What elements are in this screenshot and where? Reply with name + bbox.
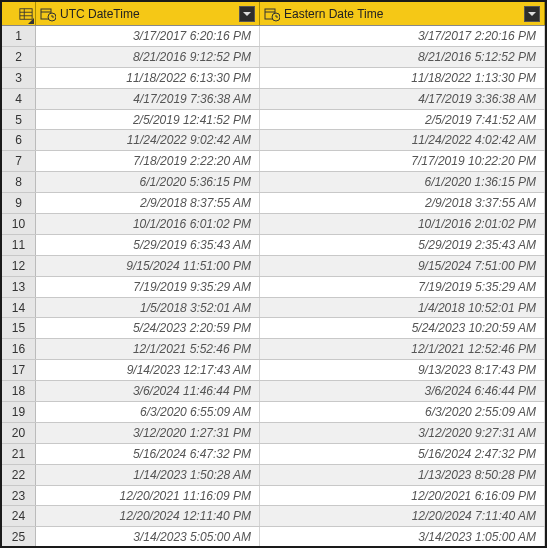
- select-all-corner[interactable]: [2, 2, 36, 25]
- cell-utc[interactable]: 11/18/2022 6:13:30 PM: [36, 68, 260, 88]
- table-row[interactable]: 28/21/2016 9:12:52 PM8/21/2016 5:12:52 P…: [2, 47, 545, 68]
- cell-utc[interactable]: 10/1/2016 6:01:02 PM: [36, 214, 260, 234]
- table-row[interactable]: 179/14/2023 12:17:43 AM9/13/2023 8:17:43…: [2, 360, 545, 381]
- cell-eastern[interactable]: 3/6/2024 6:46:44 PM: [260, 381, 545, 401]
- cell-utc[interactable]: 2/9/2018 8:37:55 AM: [36, 193, 260, 213]
- cell-utc[interactable]: 3/14/2023 5:05:00 AM: [36, 527, 260, 546]
- row-number[interactable]: 10: [2, 214, 36, 234]
- row-number[interactable]: 3: [2, 68, 36, 88]
- row-number[interactable]: 6: [2, 130, 36, 150]
- column-filter-dropdown[interactable]: [524, 6, 540, 22]
- cell-eastern[interactable]: 9/15/2024 7:51:00 PM: [260, 256, 545, 276]
- cell-utc[interactable]: 5/24/2023 2:20:59 PM: [36, 318, 260, 338]
- cell-eastern[interactable]: 10/1/2016 2:01:02 PM: [260, 214, 545, 234]
- table-row[interactable]: 77/18/2019 2:22:20 AM7/17/2019 10:22:20 …: [2, 151, 545, 172]
- cell-eastern[interactable]: 3/14/2023 1:05:00 AM: [260, 527, 545, 546]
- row-number[interactable]: 2: [2, 47, 36, 67]
- table-row[interactable]: 52/5/2019 12:41:52 PM2/5/2019 7:41:52 AM: [2, 110, 545, 131]
- cell-eastern[interactable]: 12/20/2021 6:16:09 PM: [260, 486, 545, 506]
- column-filter-dropdown[interactable]: [239, 6, 255, 22]
- cell-utc[interactable]: 5/29/2019 6:35:43 AM: [36, 235, 260, 255]
- row-number[interactable]: 22: [2, 465, 36, 485]
- cell-utc[interactable]: 1/14/2023 1:50:28 AM: [36, 465, 260, 485]
- cell-eastern[interactable]: 2/5/2019 7:41:52 AM: [260, 110, 545, 130]
- row-number[interactable]: 21: [2, 444, 36, 464]
- row-number[interactable]: 24: [2, 506, 36, 526]
- table-row[interactable]: 115/29/2019 6:35:43 AM5/29/2019 2:35:43 …: [2, 235, 545, 256]
- cell-eastern[interactable]: 8/21/2016 5:12:52 PM: [260, 47, 545, 67]
- cell-eastern[interactable]: 3/12/2020 9:27:31 AM: [260, 423, 545, 443]
- table-row[interactable]: 253/14/2023 5:05:00 AM3/14/2023 1:05:00 …: [2, 527, 545, 546]
- row-number[interactable]: 14: [2, 298, 36, 318]
- table-row[interactable]: 92/9/2018 8:37:55 AM2/9/2018 3:37:55 AM: [2, 193, 545, 214]
- row-number[interactable]: 7: [2, 151, 36, 171]
- cell-utc[interactable]: 4/17/2019 7:36:38 AM: [36, 89, 260, 109]
- table-row[interactable]: 2412/20/2024 12:11:40 PM12/20/2024 7:11:…: [2, 506, 545, 527]
- cell-eastern[interactable]: 6/3/2020 2:55:09 AM: [260, 402, 545, 422]
- row-number[interactable]: 25: [2, 527, 36, 546]
- cell-eastern[interactable]: 7/19/2019 5:35:29 AM: [260, 277, 545, 297]
- table-row[interactable]: 13/17/2017 6:20:16 PM3/17/2017 2:20:16 P…: [2, 26, 545, 47]
- cell-utc[interactable]: 3/17/2017 6:20:16 PM: [36, 26, 260, 46]
- row-number[interactable]: 9: [2, 193, 36, 213]
- cell-utc[interactable]: 1/5/2018 3:52:01 AM: [36, 298, 260, 318]
- cell-eastern[interactable]: 9/13/2023 8:17:43 PM: [260, 360, 545, 380]
- cell-utc[interactable]: 9/15/2024 11:51:00 PM: [36, 256, 260, 276]
- cell-eastern[interactable]: 7/17/2019 10:22:20 PM: [260, 151, 545, 171]
- row-number[interactable]: 4: [2, 89, 36, 109]
- cell-eastern[interactable]: 11/24/2022 4:02:42 AM: [260, 130, 545, 150]
- cell-utc[interactable]: 6/1/2020 5:36:15 PM: [36, 172, 260, 192]
- row-number[interactable]: 5: [2, 110, 36, 130]
- cell-eastern[interactable]: 12/20/2024 7:11:40 AM: [260, 506, 545, 526]
- cell-eastern[interactable]: 1/4/2018 10:52:01 PM: [260, 298, 545, 318]
- cell-eastern[interactable]: 4/17/2019 3:36:38 AM: [260, 89, 545, 109]
- table-row[interactable]: 86/1/2020 5:36:15 PM6/1/2020 1:36:15 PM: [2, 172, 545, 193]
- cell-eastern[interactable]: 5/16/2024 2:47:32 PM: [260, 444, 545, 464]
- table-row[interactable]: 137/19/2019 9:35:29 AM7/19/2019 5:35:29 …: [2, 277, 545, 298]
- cell-eastern[interactable]: 12/1/2021 12:52:46 PM: [260, 339, 545, 359]
- cell-utc[interactable]: 7/18/2019 2:22:20 AM: [36, 151, 260, 171]
- cell-utc[interactable]: 7/19/2019 9:35:29 AM: [36, 277, 260, 297]
- row-number[interactable]: 23: [2, 486, 36, 506]
- cell-utc[interactable]: 5/16/2024 6:47:32 PM: [36, 444, 260, 464]
- column-header-utc[interactable]: UTC DateTime: [36, 2, 260, 25]
- cell-utc[interactable]: 12/20/2021 11:16:09 PM: [36, 486, 260, 506]
- table-row[interactable]: 44/17/2019 7:36:38 AM4/17/2019 3:36:38 A…: [2, 89, 545, 110]
- row-number[interactable]: 20: [2, 423, 36, 443]
- row-number[interactable]: 19: [2, 402, 36, 422]
- cell-utc[interactable]: 12/1/2021 5:52:46 PM: [36, 339, 260, 359]
- table-row[interactable]: 2312/20/2021 11:16:09 PM12/20/2021 6:16:…: [2, 486, 545, 507]
- cell-utc[interactable]: 3/12/2020 1:27:31 PM: [36, 423, 260, 443]
- table-row[interactable]: 1010/1/2016 6:01:02 PM10/1/2016 2:01:02 …: [2, 214, 545, 235]
- column-header-eastern[interactable]: Eastern Date Time: [260, 2, 545, 25]
- row-number[interactable]: 8: [2, 172, 36, 192]
- cell-eastern[interactable]: 2/9/2018 3:37:55 AM: [260, 193, 545, 213]
- row-number[interactable]: 12: [2, 256, 36, 276]
- cell-eastern[interactable]: 3/17/2017 2:20:16 PM: [260, 26, 545, 46]
- cell-eastern[interactable]: 11/18/2022 1:13:30 PM: [260, 68, 545, 88]
- cell-utc[interactable]: 9/14/2023 12:17:43 AM: [36, 360, 260, 380]
- table-row[interactable]: 203/12/2020 1:27:31 PM3/12/2020 9:27:31 …: [2, 423, 545, 444]
- table-row[interactable]: 611/24/2022 9:02:42 AM11/24/2022 4:02:42…: [2, 130, 545, 151]
- cell-eastern[interactable]: 5/29/2019 2:35:43 AM: [260, 235, 545, 255]
- row-number[interactable]: 1: [2, 26, 36, 46]
- cell-eastern[interactable]: 6/1/2020 1:36:15 PM: [260, 172, 545, 192]
- table-row[interactable]: 155/24/2023 2:20:59 PM5/24/2023 10:20:59…: [2, 318, 545, 339]
- cell-utc[interactable]: 11/24/2022 9:02:42 AM: [36, 130, 260, 150]
- row-number[interactable]: 18: [2, 381, 36, 401]
- table-row[interactable]: 196/3/2020 6:55:09 AM6/3/2020 2:55:09 AM: [2, 402, 545, 423]
- cell-eastern[interactable]: 5/24/2023 10:20:59 AM: [260, 318, 545, 338]
- table-row[interactable]: 215/16/2024 6:47:32 PM5/16/2024 2:47:32 …: [2, 444, 545, 465]
- cell-utc[interactable]: 3/6/2024 11:46:44 PM: [36, 381, 260, 401]
- table-row[interactable]: 221/14/2023 1:50:28 AM1/13/2023 8:50:28 …: [2, 465, 545, 486]
- table-row[interactable]: 1612/1/2021 5:52:46 PM12/1/2021 12:52:46…: [2, 339, 545, 360]
- row-number[interactable]: 15: [2, 318, 36, 338]
- row-number[interactable]: 13: [2, 277, 36, 297]
- row-number[interactable]: 11: [2, 235, 36, 255]
- row-number[interactable]: 16: [2, 339, 36, 359]
- cell-utc[interactable]: 12/20/2024 12:11:40 PM: [36, 506, 260, 526]
- table-row[interactable]: 311/18/2022 6:13:30 PM11/18/2022 1:13:30…: [2, 68, 545, 89]
- cell-utc[interactable]: 2/5/2019 12:41:52 PM: [36, 110, 260, 130]
- table-row[interactable]: 141/5/2018 3:52:01 AM1/4/2018 10:52:01 P…: [2, 298, 545, 319]
- cell-eastern[interactable]: 1/13/2023 8:50:28 PM: [260, 465, 545, 485]
